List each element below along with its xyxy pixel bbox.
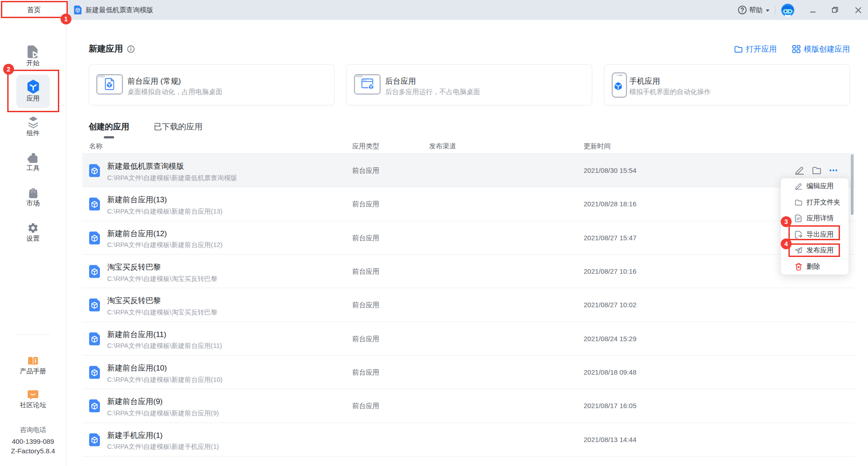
menu-item-publish-app[interactable]: 发布应用 (781, 243, 849, 259)
app-type: 前台应用 (352, 267, 379, 276)
backend-app-icon (354, 74, 381, 95)
app-path: C:\RPA文件\自建模板\新建前台应用(10) (107, 376, 222, 384)
gear-icon (27, 222, 39, 234)
menu-item-app-details[interactable]: 应用详情 (781, 210, 849, 227)
app-name: 淘宝买反转巴黎 (107, 295, 161, 306)
menu-item-label: 导出应用 (807, 230, 834, 239)
template-create-link[interactable]: 模版创建应用 (792, 44, 850, 54)
folder-icon[interactable] (812, 166, 821, 175)
book-icon (27, 356, 39, 366)
card-frontend-app[interactable]: 前台应用 (常规) 桌面模拟自动化，占用电脑桌面 (89, 64, 335, 105)
card-backend-app[interactable]: 后台应用 后台多应用运行，不占电脑桌面 (346, 64, 592, 105)
sidebar-item-settings[interactable]: 设置 (0, 221, 66, 242)
close-button[interactable] (849, 0, 868, 20)
help-menu[interactable]: 帮助 (738, 5, 769, 14)
app-file-icon (89, 399, 100, 413)
sidebar-link-manual[interactable]: 产品手册 (0, 356, 66, 375)
column-header-channel: 发布渠道 (429, 142, 456, 151)
edit-pencil-icon[interactable] (795, 166, 804, 175)
table-row[interactable]: 新建前台应用(9) C:\RPA文件\自建模板\新建前台应用(9) 前台应用 2… (82, 389, 854, 423)
app-name: 新建前台应用(13) (107, 195, 167, 205)
menu-item-open-folder[interactable]: 打开文件夹 (781, 195, 849, 211)
menu-item-delete[interactable]: 删除 (781, 259, 849, 275)
app-type: 前台应用 (352, 335, 379, 343)
sidebar-link-label: 社区论坛 (20, 402, 46, 409)
puzzle-icon (27, 152, 39, 163)
sidebar-item-start[interactable]: 开始 (0, 45, 66, 67)
menu-item-label: 打开文件夹 (807, 198, 840, 207)
app-type: 前台应用 (352, 234, 379, 243)
titlebar-right: 帮助 (738, 0, 868, 20)
sidebar-link-forum[interactable]: 社区论坛 (0, 390, 66, 409)
trash-icon (795, 263, 802, 271)
paper-plane-icon (795, 247, 802, 254)
sidebar-item-apps[interactable]: 应用 (16, 75, 50, 108)
mobile-app-icon (612, 72, 627, 98)
header-actions: 打开应用 模版创建应用 (734, 44, 850, 54)
app-name: 新建前台应用(12) (107, 228, 167, 239)
avatar[interactable] (781, 4, 794, 17)
pencil-icon (795, 182, 802, 190)
chat-bubble-icon (27, 390, 39, 400)
menu-item-label: 应用详情 (807, 214, 834, 223)
page-title: 新建应用 (89, 43, 123, 55)
scrollbar-thumb[interactable] (851, 154, 854, 215)
table-row[interactable]: 淘宝买反转巴黎 C:\RPA文件\自建模板\淘宝买反转巴黎 前台应用 2021/… (82, 255, 854, 288)
app-file-icon (89, 197, 100, 211)
app-type: 前台应用 (352, 368, 379, 377)
app-path: C:\RPA文件\自建模板\新建前台应用(12) (107, 241, 222, 249)
menu-item-edit-app[interactable]: 编辑应用 (781, 178, 849, 195)
app-updated: 2021/08/24 15:29 (584, 335, 637, 342)
table-row[interactable]: 新建最低机票查询模版 C:\RPA文件\自建模板\新建最低机票查询模版 前台应用… (82, 154, 854, 187)
help-label: 帮助 (749, 6, 763, 14)
more-actions-icon[interactable] (829, 166, 838, 175)
info-icon[interactable] (127, 45, 135, 53)
tab-label: 创建的应用 (89, 122, 129, 131)
app-path: C:\RPA文件\自建模板\淘宝买反转巴黎 (107, 275, 217, 283)
help-icon (738, 5, 747, 14)
tab-document-label: 新建最低机票查询模版 (85, 6, 153, 14)
sidebar-item-components[interactable]: 组件 (0, 115, 66, 137)
table-row[interactable]: 淘宝买反转巴黎 C:\RPA文件\自建模板\淘宝买反转巴黎 前台应用 2021/… (82, 288, 854, 322)
card-desc: 桌面模拟自动化，占用电脑桌面 (127, 88, 222, 96)
app-type: 前台应用 (352, 301, 379, 309)
minimize-button[interactable] (805, 0, 821, 20)
open-app-link[interactable]: 打开应用 (734, 44, 777, 54)
column-header-name: 名称 (89, 142, 103, 151)
app-type: 前台应用 (352, 166, 379, 175)
app-type: 前台应用 (352, 402, 379, 410)
column-header-type: 应用类型 (352, 142, 379, 151)
app-type: 前台应用 (352, 200, 379, 209)
tab-document[interactable]: 新建最低机票查询模版 (74, 0, 153, 20)
maximize-button[interactable] (821, 0, 849, 20)
table-row[interactable]: 新建前台应用(12) C:\RPA文件\自建模板\新建前台应用(12) 前台应用… (82, 221, 854, 255)
titlebar: 首页 新建最低机票查询模版 帮助 (0, 0, 868, 20)
sidebar-item-label: 市场 (27, 200, 40, 207)
table-row[interactable]: 新建前台应用(13) C:\RPA文件\自建模板\新建前台应用(13) 前台应用… (82, 187, 854, 221)
card-mobile-app[interactable]: 手机应用 模拟手机界面的自动化操作 (604, 64, 850, 105)
tab-home[interactable]: 首页 (0, 0, 68, 20)
table-row[interactable]: 新建前台应用(10) C:\RPA文件\自建模板\新建前台应用(10) 前台应用… (82, 356, 854, 389)
menu-item-label: 编辑应用 (807, 182, 834, 190)
menu-item-label: 发布应用 (807, 246, 834, 255)
app-file-icon (89, 433, 100, 447)
menu-item-export-app[interactable]: 导出应用 (781, 227, 849, 243)
file-export-icon (795, 231, 802, 238)
table-row[interactable]: 新建手机应用(1) C:\RPA文件\自建模板\新建手机应用(1) 2021/0… (82, 423, 854, 456)
sidebar-item-market[interactable]: 市场 (0, 186, 66, 207)
tab-downloaded-apps[interactable]: 已下载的应用 (154, 121, 203, 138)
restore-icon (832, 7, 838, 13)
app-path: C:\RPA文件\自建模板\淘宝买反转巴黎 (107, 308, 217, 317)
table-row[interactable]: 新建前台应用(11) C:\RPA文件\自建模板\新建前台应用(11) 前台应用… (82, 322, 854, 356)
app-updated: 2021/08/27 10:16 (584, 267, 637, 275)
tab-created-apps[interactable]: 创建的应用 (89, 121, 129, 138)
card-desc: 后台多应用运行，不占电脑桌面 (385, 88, 480, 96)
app-updated: 2021/08/27 10:02 (584, 301, 637, 309)
phone-label: 咨询电话 (0, 426, 66, 434)
apps-cube-icon (27, 80, 40, 94)
folder-icon (734, 45, 743, 53)
frontend-app-icon (96, 74, 123, 95)
sidebar-item-label: 应用 (27, 95, 40, 102)
sidebar-item-tools[interactable]: 工具 (0, 151, 66, 171)
sidebar-item-label: 工具 (27, 165, 40, 171)
